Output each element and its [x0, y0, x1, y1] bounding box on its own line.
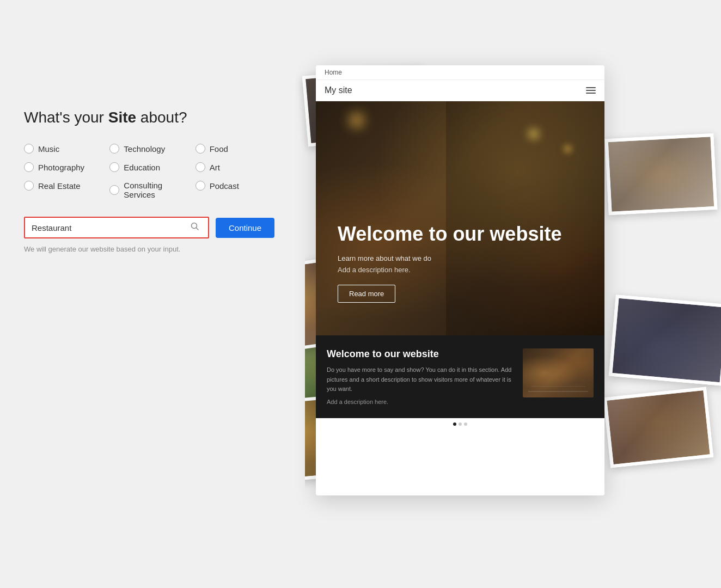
- radio-photography[interactable]: [24, 162, 34, 172]
- radio-consulting[interactable]: [109, 185, 119, 195]
- option-food[interactable]: Food: [195, 144, 281, 154]
- radio-art[interactable]: [195, 162, 205, 172]
- footer-dot-2: [459, 422, 462, 426]
- page-heading: What's your Site about?: [24, 109, 281, 126]
- hamburger-menu[interactable]: [586, 87, 596, 94]
- option-technology[interactable]: Technology: [109, 144, 195, 154]
- option-label-food: Food: [210, 144, 228, 154]
- options-grid: Music Photography Real Estate Technology…: [24, 144, 281, 199]
- option-photography[interactable]: Photography: [24, 162, 109, 172]
- hamburger-line-2: [586, 90, 596, 91]
- bottom-section: Welcome to our website Do you have more …: [316, 335, 604, 418]
- hero-description: Add a description here.: [338, 266, 561, 274]
- radio-podcast[interactable]: [195, 181, 205, 191]
- option-education[interactable]: Education: [109, 162, 195, 172]
- option-label-podcast: Podcast: [210, 181, 239, 191]
- read-more-button[interactable]: Read more: [338, 285, 395, 303]
- preview-area: Home My site Welcome to our website Lear…: [261, 0, 721, 588]
- option-label-photography: Photography: [38, 163, 84, 172]
- hero-title: Welcome to our website: [338, 222, 561, 246]
- hamburger-line-1: [586, 87, 596, 88]
- search-box[interactable]: [24, 217, 209, 238]
- option-podcast[interactable]: Podcast: [195, 181, 281, 191]
- radio-education[interactable]: [109, 162, 119, 172]
- bottom-title: Welcome to our website: [327, 348, 514, 360]
- helper-text: We will generate our website based on yo…: [24, 245, 281, 253]
- hamburger-line-3: [586, 93, 596, 94]
- option-label-art: Art: [210, 163, 220, 172]
- browser-tab-label: Home: [325, 69, 342, 76]
- bottom-body: Do you have more to say and show? You ca…: [327, 365, 514, 394]
- search-icon: [191, 222, 199, 231]
- phone-preview: Home My site Welcome to our website Lear…: [316, 65, 604, 495]
- bottom-text: Welcome to our website Do you have more …: [327, 348, 514, 405]
- radio-real-estate[interactable]: [24, 181, 34, 191]
- heading-prefix: What's your: [24, 109, 108, 126]
- phone-footer: [316, 418, 604, 430]
- search-input[interactable]: [32, 223, 188, 232]
- heading-suffix: about?: [136, 109, 187, 126]
- radio-technology[interactable]: [109, 144, 119, 154]
- footer-dot-1: [453, 422, 456, 426]
- option-label-technology: Technology: [124, 144, 165, 154]
- continue-button[interactable]: Continue: [216, 218, 274, 238]
- hero-content: Welcome to our website Learn more about …: [338, 222, 561, 303]
- footer-dot-3: [464, 422, 467, 426]
- hero-subtitle: Learn more about what we do: [338, 254, 561, 262]
- option-label-consulting: Consulting Services: [124, 181, 195, 199]
- heading-bold: Site: [108, 109, 136, 126]
- option-label-music: Music: [38, 144, 59, 154]
- option-consulting[interactable]: Consulting Services: [109, 181, 195, 199]
- option-label-real-estate: Real Estate: [38, 181, 81, 191]
- radio-food[interactable]: [195, 144, 205, 154]
- svg-line-1: [197, 228, 199, 230]
- search-icon-button[interactable]: [188, 222, 201, 233]
- site-nav: My site: [316, 80, 604, 101]
- option-real-estate[interactable]: Real Estate: [24, 181, 109, 191]
- option-art[interactable]: Art: [195, 162, 281, 172]
- option-label-education: Education: [124, 163, 160, 172]
- hero-section: Welcome to our website Learn more about …: [316, 101, 604, 335]
- bottom-image: [523, 348, 594, 397]
- bottom-add-desc: Add a description here.: [327, 399, 514, 405]
- right-photo-3: [603, 387, 714, 468]
- option-music[interactable]: Music: [24, 144, 109, 154]
- left-panel: What's your Site about? Music Photograph…: [0, 0, 305, 588]
- site-title: My site: [325, 85, 352, 95]
- search-row: Continue: [24, 217, 281, 238]
- right-photo-2: [609, 295, 721, 386]
- radio-music[interactable]: [24, 144, 34, 154]
- footer-dots: [453, 422, 467, 426]
- browser-tab: Home: [316, 65, 604, 80]
- right-photo-1: [604, 133, 717, 215]
